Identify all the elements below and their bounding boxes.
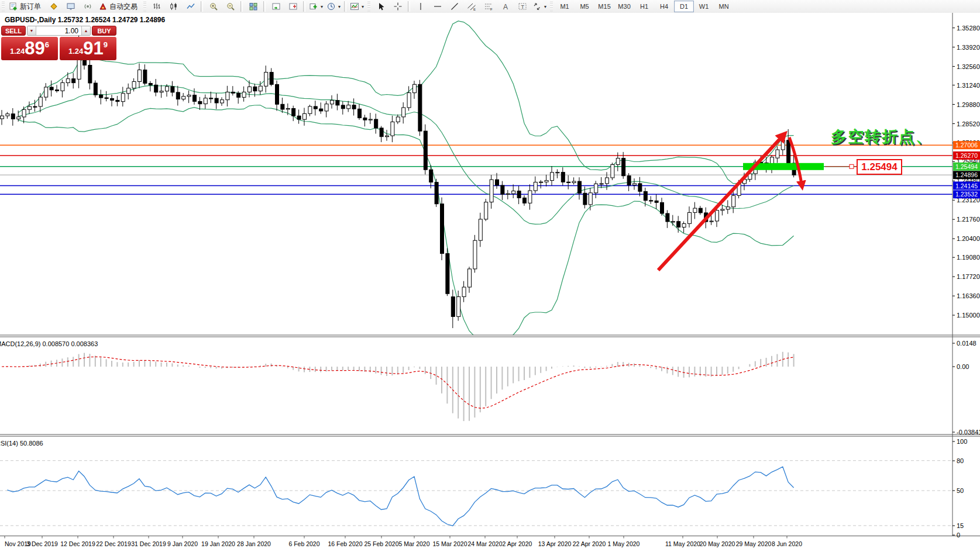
price-tick-label: 1.15000 <box>957 312 980 319</box>
channel-tool-button[interactable]: E <box>463 0 480 13</box>
price-axis[interactable]: 1.352801.339201.325601.312401.298801.285… <box>953 25 980 539</box>
pane-separators[interactable] <box>0 13 980 536</box>
candle-body <box>363 118 367 120</box>
timeframe-H1[interactable]: H1 <box>634 1 654 12</box>
new-order-button[interactable]: 新订单 <box>6 0 45 13</box>
text-tool-button[interactable]: A <box>497 0 514 13</box>
new-order-icon <box>9 2 18 11</box>
candle-body <box>253 87 257 91</box>
annotation-text[interactable]: 多空转折点、 <box>831 128 933 146</box>
fibonacci-tool-button[interactable]: F <box>480 0 497 13</box>
time-axis[interactable]: Nov 20193 Dec 201912 Dec 201922 Dec 2019… <box>5 536 802 548</box>
buy-button[interactable]: BUY <box>92 26 116 36</box>
candle-body <box>671 222 675 222</box>
candle-body <box>248 87 252 92</box>
vertical-line-tool-button[interactable] <box>412 0 429 13</box>
date-label: 3 Dec 2019 <box>26 540 58 547</box>
candle-body <box>88 65 92 84</box>
candle-body <box>66 79 70 83</box>
timeframe-M1[interactable]: M1 <box>555 1 575 12</box>
candle-body <box>28 106 32 109</box>
candlestick-chart-button[interactable] <box>165 0 182 13</box>
candle-body <box>600 184 603 184</box>
cursor-icon <box>376 2 386 11</box>
price-flag-anchor[interactable] <box>850 164 854 168</box>
candle-body <box>622 158 625 176</box>
new-chart-button[interactable]: ▾ <box>307 0 325 13</box>
timeframe-MN[interactable]: MN <box>714 1 734 12</box>
autotrading-button[interactable]: 自动交易 <box>96 0 142 13</box>
zoom-out-button[interactable] <box>222 0 239 13</box>
timeframe-W1[interactable]: W1 <box>694 1 714 12</box>
candle-body <box>435 182 438 204</box>
sell-button[interactable]: SELL <box>1 26 26 36</box>
candle-body <box>198 101 202 104</box>
timeframe-M15[interactable]: M15 <box>594 1 614 12</box>
arrows-tool-button[interactable]: ▾ <box>531 0 548 13</box>
trendline-tool-button[interactable] <box>446 0 463 13</box>
candle-body <box>418 84 422 131</box>
zoom-in-button[interactable] <box>205 0 222 13</box>
crosshair-tool-button[interactable] <box>389 0 406 13</box>
profiles-button[interactable]: ▾ <box>325 0 342 13</box>
timeframe-M30[interactable]: M30 <box>614 1 634 12</box>
candle-body <box>149 84 152 85</box>
candle-body <box>551 172 554 181</box>
price-tick-label: 1.29880 <box>957 101 980 108</box>
rsi-pane: RSI(14) 50.8086 <box>0 440 953 526</box>
macd-axis-label: -0.038415 <box>957 429 980 436</box>
sell-price-small: 1.24 <box>10 47 25 56</box>
candle-body <box>319 109 323 111</box>
candle-body <box>347 105 350 109</box>
candle-body <box>380 128 383 137</box>
tile-windows-button[interactable] <box>245 0 262 13</box>
candle-body <box>176 92 180 99</box>
chevron-down-icon: ▾ <box>338 4 341 9</box>
toolbar-grip[interactable] <box>143 2 146 11</box>
sell-price-block[interactable]: 1.24896 <box>1 37 58 60</box>
volume-increase-button[interactable]: ▲ <box>81 26 90 35</box>
timeframe-toolbar: M1M5M15M30H1H4D1W1MN <box>555 1 734 12</box>
toolbar-grip[interactable] <box>550 2 553 11</box>
volume-decrease-button[interactable]: ▼ <box>27 26 36 35</box>
cursor-tool-button[interactable] <box>372 0 389 13</box>
market-watch-button[interactable] <box>45 0 62 13</box>
candle-body <box>688 212 692 223</box>
fibonacci-icon: F <box>484 2 493 11</box>
drawn-objects[interactable]: 多空转折点、多空转折点、1.25494 <box>658 128 934 270</box>
line-chart-button[interactable] <box>182 0 199 13</box>
horizontal-line-tool-button[interactable] <box>429 0 446 13</box>
price-tick-label: 1.17720 <box>957 273 980 280</box>
terminal-button[interactable] <box>62 0 79 13</box>
rsi-label: RSI(14) 50.8086 <box>0 440 43 447</box>
candle-body <box>237 93 240 97</box>
text-label-tool-button[interactable]: T <box>514 0 531 13</box>
volume-value[interactable]: 1.00 <box>36 26 81 35</box>
timeframe-D1[interactable]: D1 <box>674 1 694 12</box>
candle-body <box>710 221 713 222</box>
timeframe-H4[interactable]: H4 <box>654 1 674 12</box>
volume-stepper[interactable]: ▼ 1.00 ▲ <box>27 26 91 36</box>
price-tick-label: 1.33920 <box>957 44 980 51</box>
buy-price-block[interactable]: 1.24919 <box>60 37 116 60</box>
broadcast-icon <box>83 2 92 11</box>
toolbar-grip[interactable] <box>2 2 5 11</box>
auto-scroll-button[interactable] <box>267 0 284 13</box>
candle-body <box>50 87 53 90</box>
candle-body <box>281 104 284 109</box>
chart-shift-icon <box>288 2 298 11</box>
candle-body <box>726 207 730 209</box>
toolbar-grip[interactable] <box>367 2 370 11</box>
text-label-icon: T <box>518 2 527 11</box>
bar-chart-button[interactable] <box>148 0 165 13</box>
candle-body <box>693 208 697 212</box>
chart-shift-button[interactable] <box>284 0 301 13</box>
buy-price-small: 1.24 <box>68 47 83 56</box>
timeframe-M5[interactable]: M5 <box>575 1 594 12</box>
macd-pane: MACD(12,26,9) 0.008570 0.008363 <box>0 340 794 421</box>
broadcast-button[interactable] <box>79 0 96 13</box>
indicators-button[interactable]: ▾ <box>348 0 366 13</box>
chart-surface[interactable]: 多空转折点、多空转折点、1.25494 MACD(12,26,9) 0.0085… <box>0 13 980 552</box>
candle-body <box>776 150 779 158</box>
svg-text:F: F <box>490 8 493 11</box>
